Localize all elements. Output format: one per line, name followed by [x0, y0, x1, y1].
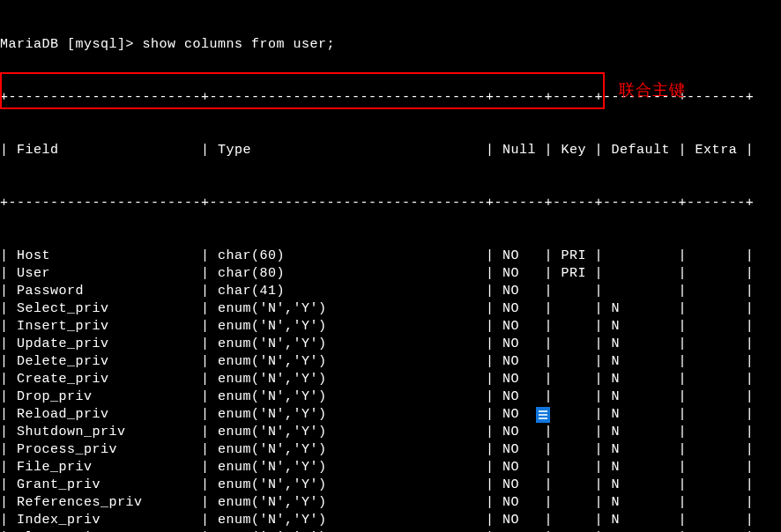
table-row: | Drop_priv | enum('N','Y') | NO | | N |…: [0, 388, 781, 406]
table-row: | Index_priv | enum('N','Y') | NO | | N …: [0, 512, 781, 529]
table-row: | Select_priv | enum('N','Y') | NO | | N…: [0, 300, 781, 318]
header-row: | Field | Type | Null | Key | Default | …: [0, 142, 781, 159]
table-row: | Create_priv | enum('N','Y') | NO | | N…: [0, 371, 781, 388]
prompt-line: MariaDB [mysql]> show columns from user;: [0, 36, 781, 54]
divider-header: +-----------------------+---------------…: [0, 195, 781, 212]
table-row: | User | char(80) | NO | PRI | | |: [0, 265, 781, 283]
text-cursor-icon: [536, 407, 550, 423]
table-body: | Host | char(60) | NO | PRI | | || User…: [0, 248, 781, 532]
table-row: | Password | char(41) | NO | | | |: [0, 283, 781, 300]
table-row: | Host | char(60) | NO | PRI | | |: [0, 248, 781, 265]
table-row: | Delete_priv | enum('N','Y') | NO | | N…: [0, 353, 781, 371]
terminal-output: MariaDB [mysql]> show columns from user;…: [0, 0, 781, 532]
table-row: | Update_priv | enum('N','Y') | NO | | N…: [0, 336, 781, 353]
table-row: | Grant_priv | enum('N','Y') | NO | | N …: [0, 477, 781, 494]
table-row: | Insert_priv | enum('N','Y') | NO | | N…: [0, 318, 781, 336]
table-row: | Process_priv | enum('N','Y') | NO | | …: [0, 441, 781, 459]
table-row: | Shutdown_priv | enum('N','Y') | NO | |…: [0, 424, 781, 441]
table-row: | References_priv | enum('N','Y') | NO |…: [0, 494, 781, 512]
table-row: | File_priv | enum('N','Y') | NO | | N |…: [0, 459, 781, 477]
table-row: | Reload_priv | enum('N','Y') | NO | | N…: [0, 406, 781, 424]
annotation-label: 联合主键: [619, 81, 686, 99]
